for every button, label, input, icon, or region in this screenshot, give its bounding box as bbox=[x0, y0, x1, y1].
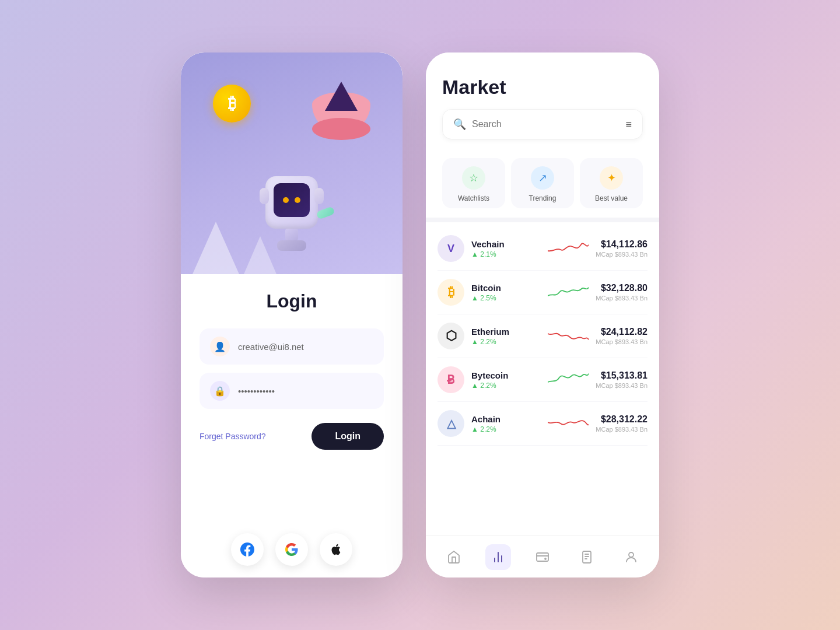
login-card: ₿ Login bbox=[181, 52, 402, 578]
market-title: Market bbox=[442, 76, 643, 99]
search-bar: 🔍 ≡ bbox=[442, 109, 643, 139]
bottom-nav bbox=[426, 536, 659, 578]
forget-password-link[interactable]: Forget Password? bbox=[200, 432, 266, 441]
coin-name-ethereum: Etherium bbox=[471, 327, 541, 337]
sparkline-ethereum bbox=[548, 327, 589, 345]
nav-profile[interactable] bbox=[618, 544, 644, 570]
mountain-decoration bbox=[192, 222, 276, 274]
search-icon: 🔍 bbox=[453, 118, 466, 131]
svg-point-10 bbox=[629, 552, 634, 557]
coin-price-vechain: $14,112.86 bbox=[596, 239, 648, 250]
coin-change-bitcoin: ▲ 2.5% bbox=[471, 294, 541, 302]
coin-row-ethereum[interactable]: ⬡ Etherium ▲ 2.2% $24,112.82 MCap $893.4… bbox=[438, 314, 648, 358]
apple-login-button[interactable] bbox=[320, 533, 352, 566]
pink-shape-decoration bbox=[312, 82, 370, 140]
coin-mcap-achain: MCap $893.43 Bn bbox=[596, 426, 648, 433]
password-input-row: 🔒 bbox=[200, 373, 384, 409]
coin-price-bytecoin: $15,313.81 bbox=[596, 370, 648, 381]
svg-rect-6 bbox=[583, 551, 591, 563]
svg-point-5 bbox=[545, 558, 546, 559]
coin-name-bytecoin: Bytecoin bbox=[471, 370, 541, 380]
coin-info-ethereum: Etherium ▲ 2.2% bbox=[471, 327, 541, 346]
sparkline-bytecoin bbox=[548, 370, 589, 389]
lock-icon: 🔒 bbox=[210, 381, 230, 401]
social-login-row bbox=[200, 527, 384, 566]
coin-price-achain: $28,312.22 bbox=[596, 414, 648, 425]
best-value-icon: ✦ bbox=[600, 166, 623, 190]
coin-price-wrap-ethereum: $24,112.82 MCap $893.43 Bn bbox=[596, 327, 648, 345]
coin-icon-bitcoin: ₿ bbox=[438, 279, 464, 306]
user-icon: 👤 bbox=[210, 337, 230, 356]
coin-icon-achain: △ bbox=[438, 410, 464, 437]
trending-label: Trending bbox=[529, 194, 556, 202]
coin-icon-bytecoin: Ƀ bbox=[438, 366, 464, 393]
market-header: Market 🔍 ≡ bbox=[426, 52, 659, 149]
search-input[interactable] bbox=[472, 119, 620, 130]
coin-icon-vechain: V bbox=[438, 235, 464, 262]
market-card: Market 🔍 ≡ ☆ Watchlists ↗ Trending ✦ Bes… bbox=[426, 52, 659, 578]
coin-info-vechain: Vechain ▲ 2.1% bbox=[471, 239, 541, 258]
coin-name-vechain: Vechain bbox=[471, 239, 541, 249]
email-input-row: 👤 bbox=[200, 328, 384, 365]
login-illustration: ₿ bbox=[181, 52, 402, 274]
sparkline-achain bbox=[548, 414, 589, 433]
login-title: Login bbox=[200, 290, 384, 312]
coin-price-wrap-bytecoin: $15,313.81 MCap $893.43 Bn bbox=[596, 370, 648, 389]
watchlists-icon: ☆ bbox=[462, 166, 485, 190]
bitcoin-coin-decoration: ₿ bbox=[213, 85, 251, 123]
trending-icon: ↗ bbox=[531, 166, 554, 190]
category-row: ☆ Watchlists ↗ Trending ✦ Best value bbox=[426, 149, 659, 218]
coin-change-ethereum: ▲ 2.2% bbox=[471, 338, 541, 346]
password-field[interactable] bbox=[238, 386, 373, 396]
google-login-button[interactable] bbox=[275, 533, 308, 566]
facebook-login-button[interactable] bbox=[231, 533, 264, 566]
coin-mcap-bytecoin: MCap $893.43 Bn bbox=[596, 382, 648, 389]
coin-mcap-bitcoin: MCap $893.43 Bn bbox=[596, 295, 648, 302]
category-trending[interactable]: ↗ Trending bbox=[511, 158, 574, 208]
coin-row-bitcoin[interactable]: ₿ Bitcoin ▲ 2.5% $32,128.80 MCap $893.43… bbox=[438, 271, 648, 314]
coin-price-ethereum: $24,112.82 bbox=[596, 327, 648, 337]
coin-change-vechain: ▲ 2.1% bbox=[471, 250, 541, 258]
coin-price-wrap-achain: $28,312.22 MCap $893.43 Bn bbox=[596, 414, 648, 433]
category-best-value[interactable]: ✦ Best value bbox=[580, 158, 643, 208]
nav-market[interactable] bbox=[485, 544, 511, 570]
coin-price-bitcoin: $32,128.80 bbox=[596, 283, 648, 293]
coin-info-achain: Achain ▲ 2.2% bbox=[471, 414, 541, 433]
coin-name-achain: Achain bbox=[471, 414, 541, 424]
coin-mcap-ethereum: MCap $893.43 Bn bbox=[596, 338, 648, 345]
watchlists-label: Watchlists bbox=[458, 194, 489, 202]
sparkline-vechain bbox=[548, 239, 589, 258]
nav-wallet[interactable] bbox=[530, 544, 555, 570]
coin-row-achain[interactable]: △ Achain ▲ 2.2% $28,312.22 MCap $893.43 … bbox=[438, 402, 648, 446]
svg-rect-3 bbox=[537, 553, 548, 561]
coin-mcap-vechain: MCap $893.43 Bn bbox=[596, 251, 648, 258]
robot-decoration bbox=[265, 176, 318, 251]
coin-change-bytecoin: ▲ 2.2% bbox=[471, 382, 541, 390]
coin-change-achain: ▲ 2.2% bbox=[471, 425, 541, 433]
login-button[interactable]: Login bbox=[312, 423, 384, 450]
nav-doc[interactable] bbox=[574, 544, 600, 570]
coin-row-vechain[interactable]: V Vechain ▲ 2.1% $14,112.86 MCap $893.43… bbox=[438, 227, 648, 271]
sparkline-bitcoin bbox=[548, 283, 589, 302]
coin-row-bytecoin[interactable]: Ƀ Bytecoin ▲ 2.2% $15,313.81 MCap $893.4… bbox=[438, 358, 648, 402]
form-actions: Forget Password? Login bbox=[200, 423, 384, 450]
coin-list: V Vechain ▲ 2.1% $14,112.86 MCap $893.43… bbox=[426, 222, 659, 536]
coin-price-wrap-bitcoin: $32,128.80 MCap $893.43 Bn bbox=[596, 283, 648, 302]
login-form-area: Login 👤 🔒 Forget Password? Login bbox=[181, 274, 402, 578]
email-field[interactable] bbox=[238, 342, 373, 352]
coin-name-bitcoin: Bitcoin bbox=[471, 283, 541, 293]
coin-info-bytecoin: Bytecoin ▲ 2.2% bbox=[471, 370, 541, 390]
coin-info-bitcoin: Bitcoin ▲ 2.5% bbox=[471, 283, 541, 302]
filter-icon[interactable]: ≡ bbox=[625, 118, 632, 131]
best-value-label: Best value bbox=[595, 194, 628, 202]
coin-icon-ethereum: ⬡ bbox=[438, 323, 464, 349]
coin-price-wrap-vechain: $14,112.86 MCap $893.43 Bn bbox=[596, 239, 648, 258]
category-watchlists[interactable]: ☆ Watchlists bbox=[442, 158, 505, 208]
nav-home[interactable] bbox=[441, 544, 467, 570]
